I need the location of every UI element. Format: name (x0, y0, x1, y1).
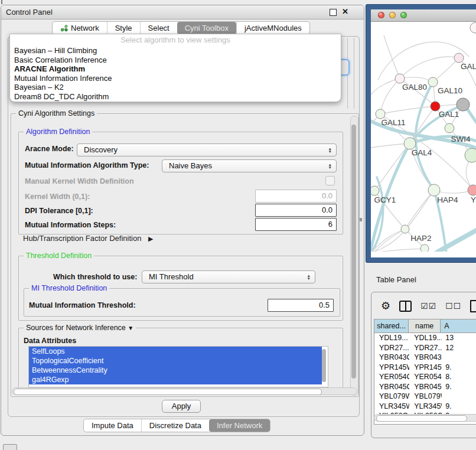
aracne-mode-combobox[interactable]: Discovery (77, 144, 337, 156)
close-panel-button[interactable]: ✕ (342, 7, 348, 16)
aracne-mode-label: Aracne Mode: (25, 145, 74, 153)
table-row[interactable]: YDL19...YDL19...13 (374, 333, 476, 343)
zoom-button[interactable] (400, 12, 407, 18)
node-label-gcy1: GCY1 (374, 195, 396, 204)
network-node-swi4[interactable] (445, 123, 454, 133)
table-cell (442, 392, 476, 402)
settings-vertical-scrollbar[interactable] (350, 116, 358, 396)
network-node-gal4[interactable] (404, 138, 416, 149)
algorithm-option-bayesian-hill-climbing[interactable]: Bayesian – Hill Climbing (10, 46, 341, 56)
tab-select[interactable]: Select (140, 22, 177, 34)
attribute-item-gal4rgexp[interactable]: gal4RGexp (29, 375, 322, 384)
network-node-gal[interactable] (454, 53, 464, 63)
algorithm-option-dream8-dc-tdc-algorithm[interactable]: Dream8 DC_TDC Algorithm (10, 92, 341, 102)
manual-kernel-checkbox[interactable] (325, 176, 335, 185)
table-cell: YPR145W (374, 363, 409, 373)
table-row[interactable]: YBR045CYBR045C9. (374, 382, 476, 392)
table-row[interactable]: YPR145WYPR145W9. (374, 363, 476, 373)
settings-horizontal-scrollbar[interactable] (12, 387, 357, 395)
split-view-icon[interactable] (399, 301, 412, 312)
control-panel-title: Control Panel (6, 8, 53, 17)
attributes-scrollbar-thumb[interactable] (322, 349, 326, 382)
table-cell: YDR27... (409, 343, 442, 353)
cyni-bottom-tabbar: Impute DataDiscretize DataInfer Network (83, 419, 270, 432)
settings-horizontal-scrollbar-thumb[interactable] (14, 389, 322, 395)
network-node[interactable] (465, 148, 476, 162)
table-horizontal-scrollbar-thumb[interactable] (376, 415, 467, 422)
document-icon[interactable] (470, 300, 476, 312)
tab-cyni-toolbox[interactable]: Cyni Toolbox (177, 22, 236, 34)
network-node[interactable] (420, 244, 429, 252)
network-node-gal80[interactable] (395, 74, 405, 83)
hub-definition-label: Hub/Transcription Factor Definition (23, 234, 141, 243)
table-row[interactable]: YLR345WYLR345W9. (374, 402, 476, 412)
network-node-gal11[interactable] (376, 109, 385, 119)
panel-divider-grip[interactable] (360, 218, 362, 221)
close-button[interactable] (378, 12, 384, 18)
tab-impute-data[interactable]: Impute Data (84, 419, 141, 432)
partial-button[interactable] (3, 444, 17, 450)
network-node-gal10[interactable] (428, 77, 438, 87)
table-row[interactable]: YER054CYER054C8. (374, 372, 476, 382)
network-node-gcy1[interactable] (371, 186, 379, 195)
kernel-width-field[interactable]: 0.0 (255, 190, 337, 203)
apply-button[interactable]: Apply (162, 400, 201, 413)
tab-discretize-data[interactable]: Discretize Data (141, 419, 209, 432)
tab-jactivemnodules[interactable]: jActiveMNodules (236, 22, 309, 34)
manual-kernel-label: Manual Kernel Width Definition (25, 177, 134, 185)
tab-style[interactable]: Style (107, 22, 140, 34)
algorithm-definition-title: Algorithm Definition (24, 128, 92, 136)
attribute-item-selfloops[interactable]: SelfLoops (29, 347, 322, 356)
algorithm-option-basic-correlation-inference[interactable]: Basic Correlation Inference (10, 56, 341, 65)
table-row[interactable]: YBL079WYBL079W (374, 392, 476, 402)
dpi-tolerance-field[interactable]: 0.0 (255, 204, 337, 217)
checked-columns-icon[interactable]: ☑☑ (420, 301, 436, 311)
which-threshold-value: MI Threshold (149, 272, 194, 281)
node-table[interactable]: shared...nameA YDL19...YDL19...13YDR27..… (374, 319, 476, 425)
settings-gear-icon[interactable]: ⚙ (381, 300, 390, 312)
algorithm-option-mutual-information-inference[interactable]: Mutual Information Inference (10, 74, 341, 83)
cyni-algorithm-settings-group: Cyni Algorithm Settings Algorithm Defini… (11, 113, 359, 397)
column-header-name[interactable]: name (409, 319, 441, 333)
network-node[interactable] (470, 22, 476, 33)
tab-label: Select (148, 24, 169, 32)
network-node[interactable] (457, 98, 470, 111)
tab-infer-network[interactable]: Infer Network (209, 419, 270, 432)
column-header-shared-[interactable]: shared... (374, 319, 409, 333)
algorithm-option-bayesian-k2[interactable]: Bayesian – K2 (10, 83, 341, 92)
kernel-width-label: Kernel Width (0,1): (25, 193, 90, 201)
table-row[interactable]: YBR043CYBR043C (374, 353, 476, 363)
unchecked-columns-icon[interactable]: ☐☐ (445, 301, 461, 311)
algorithm-option-aracne-algorithm[interactable]: ARACNE Algorithm (10, 64, 341, 74)
attribute-item-betweennesscentrality[interactable]: BetweennessCentrality (29, 366, 322, 375)
network-node-hap4[interactable] (428, 184, 440, 196)
table-cell: 9. (442, 402, 476, 412)
table-horizontal-scrollbar[interactable] (374, 414, 476, 422)
table-cell: YBR043C (409, 353, 442, 363)
sources-title: Sources for Network Inference (26, 324, 126, 332)
settings-vertical-scrollbar-thumb[interactable] (351, 125, 356, 379)
mi-type-combobox[interactable]: Naive Bayes (162, 159, 337, 172)
float-button[interactable] (330, 9, 337, 16)
minimize-button[interactable] (389, 12, 396, 18)
which-threshold-combobox[interactable]: MI Threshold (142, 270, 315, 283)
network-node-y[interactable] (468, 185, 476, 195)
node-label-hap2: HAP2 (410, 234, 431, 243)
table-header-row: shared...nameA (374, 319, 476, 333)
network-canvas[interactable]: GALGAL80GAL10GAL1GAL11SWI4GAL4GCY1HAP4YH… (371, 21, 476, 252)
tab-label: Network (71, 24, 99, 32)
attribute-item-topologicalcoefficient[interactable]: TopologicalCoefficient (29, 356, 322, 366)
mi-threshold-field[interactable]: 0.5 (268, 299, 334, 312)
network-node-hap2[interactable] (401, 225, 409, 233)
sources-collapse-toggle[interactable]: Sources for Network Inference ▼ (24, 324, 136, 332)
node-label-gal11: GAL11 (381, 118, 405, 127)
data-attributes-list[interactable]: SelfLoopsTopologicalCoefficientBetweenne… (28, 346, 328, 387)
mi-steps-field[interactable]: 6 (255, 218, 337, 231)
table-row[interactable]: YDR27...YDR27...12 (374, 343, 476, 353)
network-window-titlebar (371, 9, 476, 22)
hub-definition-expander[interactable]: Hub/Transcription Factor Definition ▶ (23, 234, 153, 243)
tab-network[interactable]: Network (53, 22, 107, 34)
stepper-arrows-icon (328, 161, 332, 171)
column-header-a[interactable]: A (441, 319, 476, 333)
table-cell: YER054C (409, 372, 442, 382)
